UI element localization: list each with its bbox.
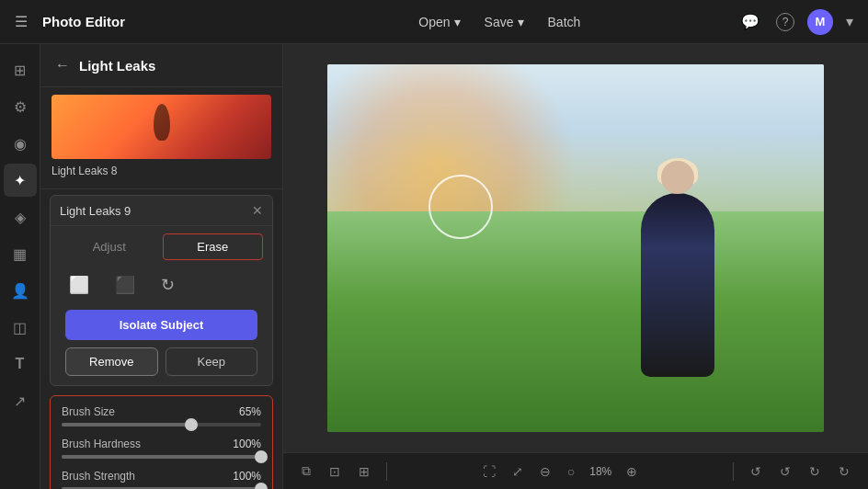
thumbnail-image xyxy=(51,95,271,159)
undo2-button[interactable]: ↺ xyxy=(774,461,796,483)
brush-size-value: 65% xyxy=(239,405,261,418)
sliders-section: Brush Size 65% Brush Hardness 100% xyxy=(50,395,273,489)
brush-size-fill xyxy=(62,423,191,426)
brush-size-thumb[interactable] xyxy=(185,418,198,431)
refresh-icon: ↻ xyxy=(161,276,175,294)
invert-tool-button[interactable]: ⬛ xyxy=(111,271,139,299)
canvas-area: ⧉ ⊡ ⊞ ⛶ ⤢ ⊖ ○ xyxy=(283,44,868,489)
invert-icon: ⬛ xyxy=(115,276,135,294)
thumbnail-figure xyxy=(154,104,170,141)
brush-hardness-track[interactable] xyxy=(62,455,261,459)
remove-keep-row: Remove Keep xyxy=(51,347,272,385)
sidebar-item-people[interactable]: 👤 xyxy=(4,274,37,307)
close-icon: ✕ xyxy=(252,203,263,218)
redo-button[interactable]: ↻ xyxy=(804,461,826,483)
sidebar-item-text[interactable]: T xyxy=(4,347,37,381)
thumbnail-label: Light Leaks 8 xyxy=(51,159,271,181)
left-panel: ← Light Leaks Light Leaks 8 Light Leaks … xyxy=(40,44,283,489)
person-head xyxy=(661,161,694,194)
sidebar-item-adjustments[interactable]: ⚙ xyxy=(4,90,37,123)
sidebar-item-transform[interactable]: ◫ xyxy=(4,311,37,344)
zoom-circle-icon: ○ xyxy=(567,464,575,479)
thumbnail-area: Light Leaks 8 xyxy=(40,87,282,189)
comment-icon: 💬 xyxy=(741,14,760,29)
brush-strength-row: Brush Strength 100% xyxy=(62,470,261,489)
ll9-close-button[interactable]: ✕ xyxy=(252,203,263,218)
tab-adjust[interactable]: Adjust xyxy=(60,233,159,260)
panel-title: Light Leaks xyxy=(79,58,155,74)
main-layout: ⊞ ⚙ ◉ ✦ ◈ ▦ 👤 ◫ T ↗ ← Light Leaks Light … xyxy=(0,44,868,489)
history-icon: ↻ xyxy=(839,464,850,479)
square-icon: ⬜ xyxy=(69,276,89,294)
grid-tb-icon: ⊞ xyxy=(359,464,370,479)
light-leaks-9-box: Light Leaks 9 ✕ Adjust Erase ⬜ xyxy=(50,195,273,386)
batch-button[interactable]: Batch xyxy=(539,9,590,35)
sidebar-item-gallery[interactable]: ▦ xyxy=(4,237,37,270)
avatar[interactable]: M xyxy=(807,9,833,35)
layers-toolbar-button[interactable]: ⧉ xyxy=(296,460,316,483)
menu-icon: ☰ xyxy=(15,14,28,29)
undo-button[interactable]: ↺ xyxy=(745,461,767,483)
brush-hardness-value: 100% xyxy=(233,438,261,450)
bottom-toolbar: ⧉ ⊡ ⊞ ⛶ ⤢ ⊖ ○ xyxy=(283,452,868,489)
zoom-in-button[interactable]: ⊕ xyxy=(621,461,643,483)
expand-button[interactable]: ⛶ xyxy=(477,461,501,483)
account-chevron-icon[interactable]: ▾ xyxy=(842,9,857,34)
zoom-out-button[interactable]: ⊖ xyxy=(534,461,556,483)
history-button[interactable]: ↻ xyxy=(833,461,855,483)
remove-button[interactable]: Remove xyxy=(65,347,158,376)
save-chevron-icon: ▾ xyxy=(518,15,524,29)
keep-button[interactable]: Keep xyxy=(166,347,258,376)
sidebar-item-eye[interactable]: ◉ xyxy=(4,127,37,160)
ll9-name: Light Leaks 9 xyxy=(60,204,131,218)
app-title: Photo Editor xyxy=(42,14,125,29)
crop-tb-icon: ⊡ xyxy=(329,464,340,479)
brush-size-row: Brush Size 65% xyxy=(62,405,261,426)
grid-toolbar-button[interactable]: ⊞ xyxy=(353,461,375,483)
zoom-circle-button[interactable]: ○ xyxy=(562,461,580,483)
save-button[interactable]: Save ▾ xyxy=(475,9,533,35)
photo-container xyxy=(327,64,824,432)
sidebar-item-layers[interactable]: ⊞ xyxy=(4,53,37,86)
ll9-header: Light Leaks 9 ✕ xyxy=(51,196,272,226)
sidebar-item-effects[interactable]: ✦ xyxy=(4,164,37,197)
brush-hardness-thumb[interactable] xyxy=(255,450,268,463)
brush-size-track[interactable] xyxy=(62,423,261,426)
zoom-value: 18% xyxy=(586,465,615,478)
brush-size-label: Brush Size xyxy=(62,405,115,418)
toolbar-separator-1 xyxy=(386,462,387,481)
back-button[interactable]: ← xyxy=(53,55,72,75)
crop-toolbar-button[interactable]: ⊡ xyxy=(324,461,346,483)
fit-button[interactable]: ⤢ xyxy=(507,461,529,483)
brush-strength-value: 100% xyxy=(233,470,261,483)
tab-erase[interactable]: Erase xyxy=(163,233,264,260)
menu-button[interactable]: ☰ xyxy=(11,9,31,34)
topbar: ☰ Photo Editor Open ▾ Save ▾ Batch 💬 ? M… xyxy=(0,0,868,44)
brush-strength-thumb[interactable] xyxy=(255,483,268,489)
canvas-inner[interactable] xyxy=(283,44,868,452)
expand-icon: ⛶ xyxy=(483,464,496,479)
back-arrow-icon: ← xyxy=(55,57,70,73)
person-body xyxy=(641,193,714,377)
adjust-erase-tabs: Adjust Erase xyxy=(51,226,272,264)
open-chevron-icon: ▾ xyxy=(454,15,461,29)
sidebar-item-color[interactable]: ◈ xyxy=(4,200,37,233)
photo-background xyxy=(327,64,824,432)
square-tool-button[interactable]: ⬜ xyxy=(65,271,93,299)
fit-icon: ⤢ xyxy=(512,464,523,479)
help-button[interactable]: ? xyxy=(772,9,798,35)
open-button[interactable]: Open ▾ xyxy=(409,9,469,35)
brush-hardness-label: Brush Hardness xyxy=(62,438,141,450)
field-layer xyxy=(327,211,824,432)
zoom-out-icon: ⊖ xyxy=(540,464,551,479)
undo-icon: ↺ xyxy=(750,464,761,479)
toolbar-separator-2 xyxy=(733,462,734,481)
sky-layer xyxy=(327,64,824,230)
undo2-icon: ↺ xyxy=(780,464,791,479)
brush-hardness-row: Brush Hardness 100% xyxy=(62,438,261,459)
help-icon: ? xyxy=(776,13,794,31)
comment-button[interactable]: 💬 xyxy=(737,9,763,34)
sidebar-item-export[interactable]: ↗ xyxy=(4,384,37,417)
refresh-tool-button[interactable]: ↻ xyxy=(157,271,178,299)
isolate-subject-button[interactable]: Isolate Subject xyxy=(65,310,257,340)
